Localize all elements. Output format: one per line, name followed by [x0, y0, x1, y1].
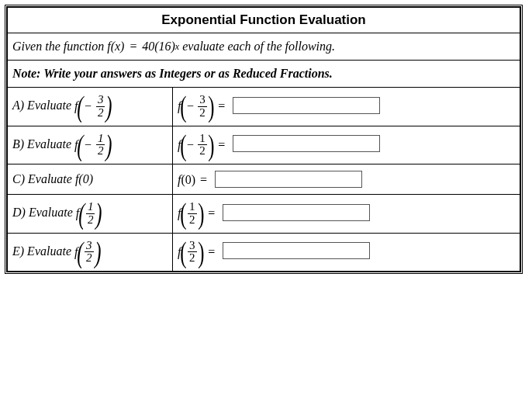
page-title: Exponential Function Evaluation [161, 12, 366, 27]
answer-input-e[interactable] [223, 242, 370, 259]
row-c-answer-cell: f(0) = [173, 164, 520, 195]
row-b-label-cell: B) Evaluate f ( − 12 ) [8, 126, 173, 164]
row-d-answer-cell: f ( 12 ) = [173, 195, 520, 234]
answer-input-c[interactable] [215, 171, 362, 188]
title-cell: Exponential Function Evaluation [8, 8, 520, 33]
row-c-label-cell: C) Evaluate f(0) [8, 164, 173, 195]
given-cell: Given the function f(x) = 40(16)x evalua… [8, 33, 520, 61]
answer-input-b[interactable] [233, 135, 380, 152]
worksheet-table: Exponential Function Evaluation Given th… [7, 7, 520, 272]
worksheet-outer: Exponential Function Evaluation Given th… [5, 5, 523, 274]
row-b-fn-label: f ( − 12 ) [74, 133, 112, 158]
answer-input-d[interactable] [223, 204, 370, 221]
row-b-expr: f ( − 12 ) = [178, 133, 230, 158]
row-a-expr: f ( − 32 ) = [178, 94, 230, 119]
note-text: Note: Write your answers as Integers or … [12, 67, 333, 80]
row-c-expr: f(0) = [178, 173, 212, 187]
given-tail: evaluate each of the following. [182, 40, 335, 53]
note-cell: Note: Write your answers as Integers or … [8, 61, 520, 88]
row-e-label-cell: E) Evaluate f ( 32 ) [8, 233, 173, 272]
row-d-label-cell: D) Evaluate f ( 12 ) [8, 195, 173, 234]
row-d-expr: f ( 12 ) = [178, 201, 219, 227]
row-b-answer-cell: f ( − 12 ) = [173, 126, 520, 164]
function-definition: f(x) = 40(16)x [107, 40, 179, 54]
row-e-expr: f ( 32 ) = [178, 240, 219, 265]
answer-input-a[interactable] [233, 97, 380, 114]
given-lead: Given the function [12, 40, 107, 53]
row-a-answer-cell: f ( − 32 ) = [173, 88, 520, 126]
row-a-fn-label: f ( − 32 ) [74, 94, 112, 119]
row-e-answer-cell: f ( 32 ) = [173, 233, 520, 272]
row-e-fn-label: f ( 32 ) [74, 240, 100, 265]
row-a-label-cell: A) Evaluate f ( − 32 ) [8, 88, 173, 126]
row-d-fn-label: f ( 12 ) [76, 201, 102, 227]
